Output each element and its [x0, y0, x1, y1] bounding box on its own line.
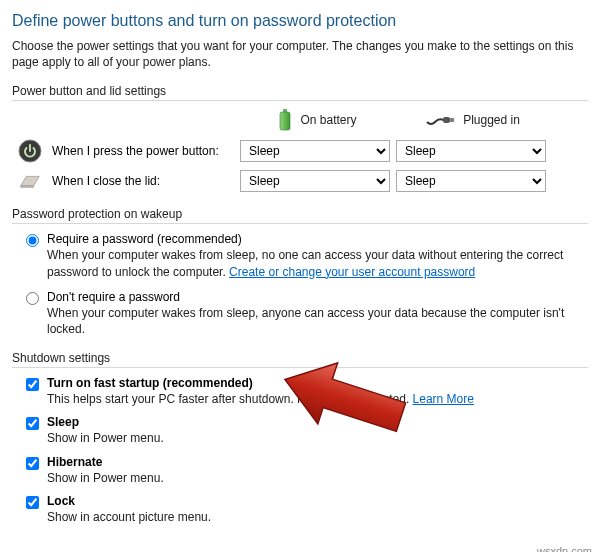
require-password-title: Require a password (recommended) — [47, 232, 588, 246]
require-password-radio[interactable] — [26, 234, 39, 247]
hibernate-desc: Show in Power menu. — [47, 470, 588, 486]
battery-icon — [278, 109, 292, 131]
column-plugged-in: Plugged in — [395, 112, 550, 128]
close-lid-plugged-select[interactable]: Sleep — [396, 170, 546, 192]
lid-icon — [18, 169, 42, 193]
svg-rect-1 — [280, 112, 290, 130]
svg-rect-2 — [443, 117, 450, 123]
section-shutdown-settings: Shutdown settings — [12, 351, 588, 368]
fast-startup-title: Turn on fast startup (recommended) — [47, 376, 588, 390]
require-password-desc: When your computer wakes from sleep, no … — [47, 247, 588, 279]
press-power-battery-select[interactable]: Sleep — [240, 140, 390, 162]
fast-startup-checkbox[interactable] — [26, 378, 39, 391]
press-power-label: When I press the power button: — [52, 144, 219, 158]
sleep-checkbox[interactable] — [26, 417, 39, 430]
power-button-icon — [18, 139, 42, 163]
hibernate-checkbox[interactable] — [26, 457, 39, 470]
svg-rect-0 — [283, 109, 287, 112]
lock-desc: Show in account picture menu. — [47, 509, 588, 525]
dont-require-password-title: Don't require a password — [47, 290, 588, 304]
fast-startup-desc: This helps start your PC faster after sh… — [47, 391, 588, 407]
watermark: wsxdn.com — [537, 545, 592, 552]
page-title: Define power buttons and turn on passwor… — [12, 12, 588, 30]
sleep-title: Sleep — [47, 415, 588, 429]
dont-require-password-radio[interactable] — [26, 292, 39, 305]
section-password-protection: Password protection on wakeup — [12, 207, 588, 224]
lock-checkbox[interactable] — [26, 496, 39, 509]
dont-require-password-desc: When your computer wakes from sleep, any… — [47, 305, 588, 337]
column-on-battery: On battery — [240, 109, 395, 131]
hibernate-title: Hibernate — [47, 455, 588, 469]
close-lid-label: When I close the lid: — [52, 174, 160, 188]
create-change-password-link[interactable]: Create or change your user account passw… — [229, 265, 475, 279]
press-power-plugged-select[interactable]: Sleep — [396, 140, 546, 162]
plug-icon — [425, 112, 455, 128]
sleep-desc: Show in Power menu. — [47, 430, 588, 446]
section-power-button-lid: Power button and lid settings — [12, 84, 588, 101]
learn-more-link[interactable]: Learn More — [413, 392, 474, 406]
close-lid-battery-select[interactable]: Sleep — [240, 170, 390, 192]
lock-title: Lock — [47, 494, 588, 508]
page-description: Choose the power settings that you want … — [12, 38, 588, 70]
